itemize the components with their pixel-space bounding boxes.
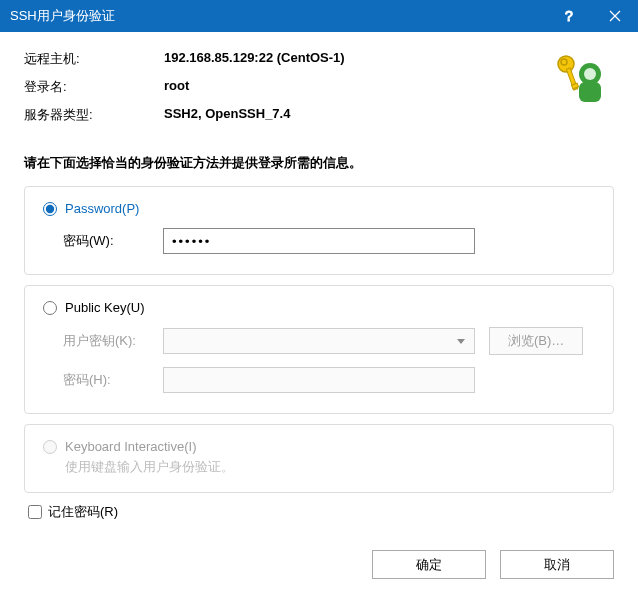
svg-point-5 xyxy=(584,68,596,80)
publickey-radio[interactable] xyxy=(43,301,57,315)
help-button[interactable]: ? xyxy=(546,0,592,32)
keyboard-interactive-group: Keyboard Interactive(I) 使用键盘输入用户身份验证。 xyxy=(24,424,614,493)
dialog-title: SSH用户身份验证 xyxy=(0,7,546,25)
dialog-footer: 确定 取消 xyxy=(372,550,614,579)
publickey-password-input xyxy=(163,367,475,393)
browse-button: 浏览(B)… xyxy=(489,327,583,355)
publickey-radio-label: Public Key(U) xyxy=(65,300,144,315)
user-key-label: 用户密钥(K): xyxy=(63,332,163,350)
ok-button[interactable]: 确定 xyxy=(372,550,486,579)
password-group: Password(P) 密码(W): xyxy=(24,186,614,275)
password-radio-label: Password(P) xyxy=(65,201,139,216)
close-button[interactable] xyxy=(592,0,638,32)
remember-password-checkbox[interactable] xyxy=(28,505,42,519)
password-field-label: 密码(W): xyxy=(63,232,163,250)
svg-rect-4 xyxy=(579,82,601,102)
titlebar: SSH用户身份验证 ? xyxy=(0,0,638,32)
server-type-label: 服务器类型: xyxy=(24,106,164,124)
cancel-button[interactable]: 取消 xyxy=(500,550,614,579)
password-radio[interactable] xyxy=(43,202,57,216)
remote-host-label: 远程主机: xyxy=(24,50,164,68)
close-icon xyxy=(609,10,621,22)
keyboard-desc: 使用键盘输入用户身份验证。 xyxy=(65,458,595,476)
publickey-group: Public Key(U) 用户密钥(K): 浏览(B)… 密码(H): xyxy=(24,285,614,414)
keyboard-radio xyxy=(43,440,57,454)
help-icon: ? xyxy=(563,9,575,23)
remember-password-label: 记住密码(R) xyxy=(48,503,118,521)
user-key-dropdown xyxy=(163,328,475,354)
keyboard-radio-label: Keyboard Interactive(I) xyxy=(65,439,197,454)
server-type-value: SSH2, OpenSSH_7.4 xyxy=(164,106,290,124)
remote-host-value: 192.168.85.129:22 (CentOS-1) xyxy=(164,50,345,68)
publickey-password-label: 密码(H): xyxy=(63,371,163,389)
svg-text:?: ? xyxy=(565,9,573,23)
user-key-icon xyxy=(546,44,614,112)
info-block: 远程主机: 192.168.85.129:22 (CentOS-1) 登录名: … xyxy=(24,50,614,134)
login-name-value: root xyxy=(164,78,189,96)
password-input[interactable] xyxy=(163,228,475,254)
instruction-text: 请在下面选择恰当的身份验证方法并提供登录所需的信息。 xyxy=(24,154,614,172)
login-name-label: 登录名: xyxy=(24,78,164,96)
